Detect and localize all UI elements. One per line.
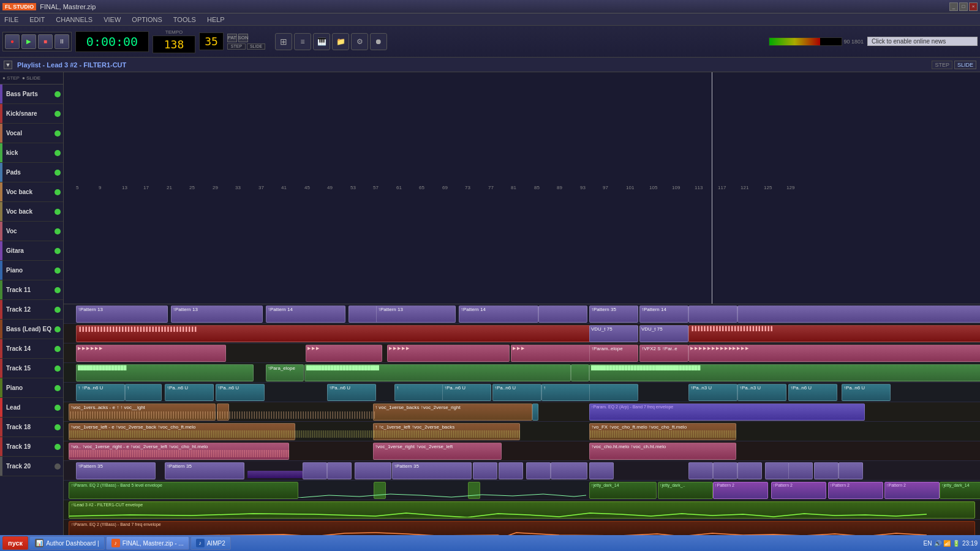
track-header-voc-back-1[interactable]: Voc back	[0, 182, 63, 202]
tracks-area[interactable]: ↑Pattern 13 ↑Pattern 13 ↑Pattern 14 ↑Pat…	[64, 304, 980, 536]
gitara-sub-clip[interactable]	[247, 471, 303, 478]
clip[interactable]: ▶ ▶ ▶ ▶ ▶	[387, 345, 510, 362]
track-header-track19[interactable]: Track 19	[0, 437, 63, 457]
track-header-track11[interactable]: Track 11	[0, 280, 63, 300]
slide-toggle[interactable]: SLIDE	[954, 61, 976, 69]
menu-channels[interactable]: CHANNELS	[54, 15, 94, 24]
clip[interactable]	[737, 305, 980, 323]
close-button[interactable]: ×	[969, 2, 978, 11]
track-header-track20[interactable]: Track 20	[0, 457, 63, 476]
taskbar-author-dashboard[interactable]: 📊 Author Dashboard |	[29, 536, 105, 550]
track-header-track12[interactable]: Track 12	[0, 300, 63, 320]
record-audio-button[interactable]: ⏺	[370, 33, 387, 50]
clip[interactable]: ↑ ↑Pa..n6 U	[76, 384, 125, 401]
track-mute-btn[interactable]	[55, 150, 61, 156]
clip[interactable]: ↑Param..elope	[589, 345, 638, 362]
clip[interactable]: ████████████████	[76, 364, 254, 381]
clip[interactable]	[765, 462, 790, 479]
track-mute-btn[interactable]	[55, 346, 61, 352]
clip[interactable]: ↑voc_1verse_right ↑voc_2verse_left	[373, 443, 502, 460]
clip[interactable]: ↑Pa..n6 U	[842, 384, 891, 401]
stop-button[interactable]: ■	[38, 34, 53, 49]
menu-options[interactable]: OPTIONS	[130, 15, 164, 24]
clip[interactable]: ↑Pa..n6 U	[165, 384, 214, 401]
piano-clip-pattern[interactable]: ↑Pattern 2	[884, 482, 940, 499]
clip[interactable]	[589, 462, 614, 479]
track-mute-btn[interactable]	[55, 209, 61, 215]
clip[interactable]: ↑ voc_1verse_backs ↑voc_2verse_right	[373, 403, 532, 421]
clip[interactable]: ↑Pa..n6 U	[492, 384, 541, 401]
track-mute-btn[interactable]	[55, 170, 61, 176]
track-header-gitara[interactable]: Gitara	[0, 241, 63, 261]
menu-tools[interactable]: TOOLS	[172, 15, 198, 24]
clip[interactable]	[589, 384, 638, 401]
track-header-piano-2[interactable]: Piano	[0, 378, 63, 398]
track-header-voc[interactable]: Voc	[0, 222, 63, 241]
piano-envelope-clip[interactable]: ↑\Param. EQ 2 (!!!Bass) - Band 5 level e…	[69, 482, 298, 499]
clip[interactable]: ↑Pattern 35	[165, 462, 244, 479]
channel-rack-button[interactable]: ⊞	[275, 33, 292, 50]
browser-button[interactable]: 📁	[332, 33, 349, 50]
clip[interactable]: ↑Pattern 35	[76, 462, 156, 479]
clip[interactable]	[839, 462, 863, 479]
clip[interactable]: ↑Pattern 14	[459, 305, 538, 323]
track-mute-btn[interactable]	[55, 405, 61, 411]
track-header-bass-lead-eq[interactable]: Bass (Lead) EQ	[0, 320, 63, 339]
clip[interactable]: ▶ ▶ ▶ ▶ ▶ ▶ ▶ ▶ ▶ ▶ ▶ ▶ ▶ ▶	[688, 345, 980, 362]
track-mute-btn[interactable]	[55, 307, 61, 313]
clip[interactable]: ↑Pa..n3 U	[688, 384, 737, 401]
clip[interactable]	[688, 462, 713, 479]
plugin-button[interactable]: ⚙	[351, 33, 368, 50]
clip[interactable]: ↑voc_cho.ht.melo ↑voc_ch.ht.melo	[589, 443, 736, 460]
clip[interactable]: ↑Pattern 14	[639, 305, 688, 323]
taskbar-aimp2[interactable]: ♪ AIMP2	[190, 536, 231, 550]
clip[interactable]	[303, 462, 327, 479]
slide-label[interactable]: ● SLIDE	[22, 75, 40, 81]
clip[interactable]: ↑	[125, 384, 162, 401]
clip[interactable]: ▐▐▐▐▐▐▐▐▐▐▐▐▐▐▐▐▐▐▐▐▐▐▐▐▐▐▐▐▐▐▐▐▐▐▐▐▐▐▐	[76, 325, 590, 342]
clip[interactable]	[499, 462, 523, 479]
track-mute-btn[interactable]	[55, 326, 61, 332]
clip[interactable]	[538, 305, 587, 323]
clip[interactable]	[713, 462, 737, 479]
track-header-bass-parts[interactable]: Bass Parts	[0, 84, 63, 104]
piano-roll-button[interactable]: 🎹	[313, 33, 330, 50]
track-mute-btn[interactable]	[55, 268, 61, 274]
track-header-track14[interactable]: Track 14	[0, 339, 63, 359]
track-mute-btn[interactable]	[55, 444, 61, 450]
clip[interactable]: ↑Pattern 35	[589, 305, 638, 323]
clip[interactable]: ▶ ▶ ▶	[306, 345, 382, 362]
track-header-vocal[interactable]: Vocal	[0, 124, 63, 143]
clip[interactable]: ↑Pa..n3 U	[737, 384, 786, 401]
piano-clip[interactable]: ↑jetty_dark_14	[589, 482, 657, 499]
clip[interactable]: ▐▐▐▐▐▐▐▐▐▐▐▐▐▐▐▐▐▐▐▐▐▐▐▐▐▐▐	[688, 325, 980, 342]
clip[interactable]: ↑Pattern 13	[376, 305, 456, 323]
clip[interactable]: ↑	[541, 384, 590, 401]
clip[interactable]: ↑Pa..n6 U	[327, 384, 376, 401]
track-header-track15[interactable]: Track 15	[0, 359, 63, 378]
song-button[interactable]: SON	[238, 34, 248, 42]
clip[interactable]: ↑Pa..n6 U	[216, 384, 265, 401]
clip[interactable]: ↑	[394, 384, 443, 401]
clip[interactable]	[355, 462, 391, 479]
clip[interactable]	[532, 403, 538, 421]
track-mute-btn[interactable]	[55, 287, 61, 293]
clip[interactable]: ↑Pattern 13	[76, 305, 168, 323]
track-mute-btn[interactable]	[55, 228, 61, 234]
track12-envelope-clip[interactable]: ↑\Param. EQ 2 (!!!Bass) - Band 7 freq en…	[69, 521, 975, 536]
menu-file[interactable]: FILE	[2, 15, 20, 24]
clip[interactable]: ████████████████████████	[304, 364, 571, 381]
track-header-voc-back-2[interactable]: Voc back	[0, 202, 63, 222]
pat-button[interactable]: PAT	[227, 34, 237, 42]
clip[interactable]	[814, 462, 839, 479]
clip[interactable]	[526, 462, 551, 479]
track-mute-btn[interactable]	[55, 111, 61, 117]
menu-help[interactable]: HELP	[205, 15, 227, 24]
clip[interactable]: VDU_t 75	[589, 325, 638, 342]
track-mute-btn[interactable]	[55, 130, 61, 137]
track-header-lead[interactable]: Lead	[0, 398, 63, 418]
step-toggle[interactable]: STEP	[932, 61, 952, 69]
piano-clip[interactable]: ↑jetty_dark_..	[658, 482, 713, 499]
clip[interactable]	[737, 462, 762, 479]
track-header-piano-1[interactable]: Piano	[0, 261, 63, 280]
